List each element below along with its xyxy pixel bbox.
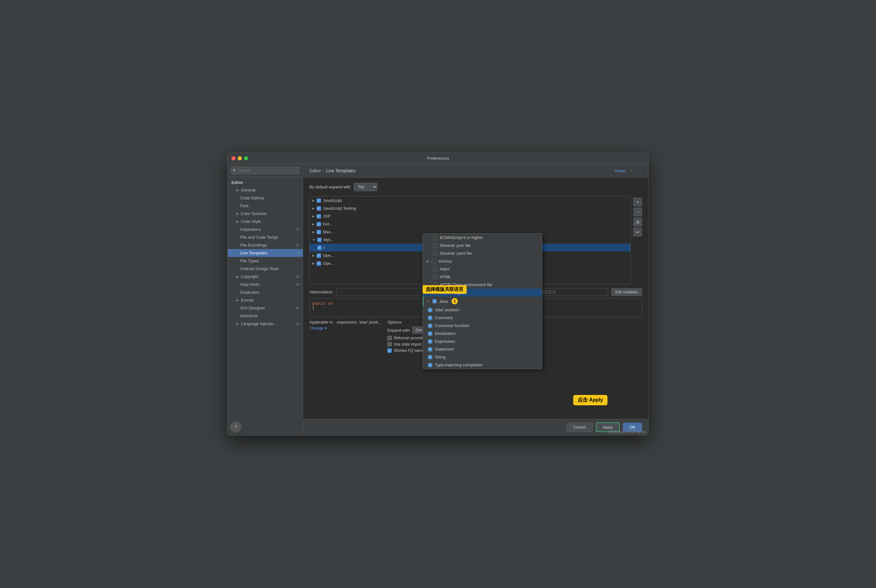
sidebar-item-label: Inlay Hints [240, 282, 260, 287]
apply-annotation-text: 点击 Apply [578, 397, 603, 402]
checkbox-t[interactable]: ✓ [317, 246, 322, 250]
checkbox-java[interactable]: ✓ [432, 299, 437, 303]
dropdown-item-else-position[interactable]: ✓ 'else' position [423, 306, 542, 314]
dropdown-item-label: Declaration [435, 331, 456, 336]
dropdown-item-ecmascript[interactable]: ECMAScript 6 or higher [423, 234, 542, 242]
nav-forward-arrow[interactable]: → [637, 168, 642, 174]
close-button[interactable] [231, 156, 236, 160]
sidebar-item-inspections[interactable]: Inspections ⊟ [228, 225, 303, 233]
dropdown-item-haml[interactable]: Haml [423, 265, 542, 273]
undo-template-button[interactable]: ↩ [633, 228, 642, 237]
badge-icon: ⊟ [296, 274, 299, 279]
checkbox-maven[interactable]: ✓ [316, 230, 321, 234]
sidebar-item-duplicates[interactable]: Duplicates [228, 288, 303, 296]
dropdown-item-java[interactable]: ▼ ✓ Java 1 [423, 297, 542, 306]
dropdown-item-label: Haml [440, 267, 449, 272]
checkbox-comment[interactable]: ✓ [428, 316, 432, 320]
dropdown-item-label: Expression [435, 339, 455, 344]
chevron-right-icon: ▶ [427, 260, 429, 263]
nav-back-arrow[interactable]: ← [629, 168, 634, 174]
sidebar-item-code-editing[interactable]: Code Editing [228, 194, 303, 202]
checkbox-type-matching[interactable]: ✓ [428, 363, 432, 367]
sidebar-item-file-code-templates[interactable]: File and Code Templ. [228, 233, 303, 241]
checkbox-declaration[interactable]: ✓ [428, 332, 432, 336]
dropdown-item-groovy[interactable]: ▶ Groovy [423, 257, 542, 265]
help-button[interactable]: ? [230, 422, 242, 433]
checkbox-kotlin[interactable]: ✓ [316, 222, 321, 226]
dropdown-item-general-yaml[interactable]: General .yaml file [423, 249, 542, 257]
checkbox-ecmascript[interactable] [433, 236, 437, 240]
editor-section-header: Editor [228, 177, 303, 186]
tree-row-javascript[interactable]: ▶ ✓ JavaScript [310, 196, 630, 204]
tree-row-kotlin[interactable]: ▶ ✓ Kot... [310, 220, 630, 228]
sidebar-item-font[interactable]: Font [228, 202, 303, 210]
sidebar-item-label: File Encodings [240, 243, 267, 248]
sidebar-item-label: Inspections [240, 227, 261, 232]
dropdown-item-label: Type-matching completion [435, 363, 483, 367]
sidebar-item-intentions[interactable]: Intentions [228, 312, 303, 320]
sidebar-item-general[interactable]: ▶ General [228, 186, 303, 194]
dropdown-item-string[interactable]: ✓ String [423, 353, 542, 361]
checkbox-haml[interactable] [433, 267, 437, 272]
tree-row-javascript-testing[interactable]: ▶ ✓ JavaScript Testing [310, 204, 630, 212]
checkbox-general-yaml[interactable] [433, 251, 437, 256]
sidebar-item-emmet[interactable]: ▶ Emmet [228, 296, 303, 304]
checkbox-string[interactable]: ✓ [428, 355, 432, 359]
checkbox-javascript-testing[interactable]: ✓ [316, 206, 321, 211]
change-link[interactable]: Change [309, 326, 324, 330]
tree-row-jsp[interactable]: ▶ ✓ JSP [310, 212, 630, 220]
checkbox-open2[interactable]: ✓ [316, 261, 321, 266]
cancel-button[interactable]: Cancel [567, 423, 592, 432]
checkbox-groovy[interactable] [432, 259, 436, 264]
reset-button[interactable]: Reset [615, 168, 626, 173]
search-input[interactable] [231, 166, 300, 174]
remove-template-button[interactable]: − [633, 207, 642, 216]
dropdown-item-html[interactable]: HTML [423, 273, 542, 281]
checkbox-mytemplates[interactable]: ✓ [317, 238, 322, 242]
sidebar-item-copyright[interactable]: ▶ Copyright ⊟ [228, 273, 303, 280]
dropdown-item-expression[interactable]: ✓ Expression [423, 338, 542, 345]
breadcrumb: Editor › Live Templates [309, 168, 355, 173]
copy-template-button[interactable]: ⧉ [633, 218, 642, 226]
sidebar-item-color-scheme[interactable]: ▶ Color Scheme [228, 210, 303, 218]
edit-variables-button[interactable]: Edit variables [611, 288, 642, 296]
sidebar-item-label: Android Design Tools [240, 266, 279, 271]
shorten-fq-checkbox[interactable]: ✓ [387, 348, 392, 353]
checkbox-javascript[interactable]: ✓ [316, 198, 321, 203]
checkbox-consumer-function[interactable]: ✓ [428, 324, 432, 328]
checkbox-statement[interactable]: ✓ [428, 347, 432, 351]
dropdown-item-type-matching[interactable]: ✓ Type-matching completion [423, 361, 542, 369]
static-import-checkbox[interactable] [387, 342, 392, 346]
sidebar-search-area [228, 164, 303, 177]
dropdown-arrow: ▾ [325, 326, 327, 330]
main-panel: Editor › Live Templates Reset ← → By def… [303, 164, 648, 435]
dropdown-item-general-json[interactable]: General .json file [423, 242, 542, 249]
minimize-button[interactable] [238, 156, 242, 160]
checkbox-jsp[interactable]: ✓ [316, 214, 321, 219]
add-template-button[interactable]: + [633, 198, 642, 206]
checkbox-else-position[interactable]: ✓ [428, 308, 432, 312]
reformat-checkbox[interactable] [387, 336, 392, 340]
expand-select[interactable]: Tab Enter Space [354, 183, 377, 191]
dropdown-item-declaration[interactable]: ✓ Declaration [423, 330, 542, 338]
checkbox-html[interactable] [433, 275, 437, 279]
sidebar-item-file-types[interactable]: File Types [228, 257, 303, 265]
sidebar-item-inlay-hints[interactable]: Inlay Hints ⊟ [228, 280, 303, 288]
dropdown-item-consumer-function[interactable]: ✓ Consumer function [423, 322, 542, 330]
checkbox-general-json[interactable] [433, 243, 437, 248]
sidebar-item-live-templates[interactable]: Live Templates [228, 249, 303, 257]
tree-item-label: JSP [323, 214, 330, 219]
sidebar-item-label: Code Editing [240, 196, 264, 200]
sidebar-item-label: Emmet [241, 298, 254, 303]
checkbox-open1[interactable]: ✓ [316, 254, 321, 258]
checkbox-expression[interactable]: ✓ [428, 339, 432, 344]
sidebar-item-android-design-tools[interactable]: Android Design Tools [228, 265, 303, 273]
sidebar-item-code-style[interactable]: ▶ Code Style [228, 218, 303, 225]
dropdown-item-statement[interactable]: ✓ Statement [423, 345, 542, 353]
maximize-button[interactable] [244, 156, 248, 160]
sidebar-item-file-encodings[interactable]: File Encodings ⊟ [228, 241, 303, 249]
sidebar-item-gui-designer[interactable]: GUI Designer ⊟ [228, 304, 303, 312]
dropdown-item-label: String [435, 355, 446, 359]
sidebar-item-language-injection[interactable]: ▶ Language Injectio... ⊟ [228, 320, 303, 328]
dropdown-item-comment[interactable]: ✓ Comment [423, 314, 542, 322]
